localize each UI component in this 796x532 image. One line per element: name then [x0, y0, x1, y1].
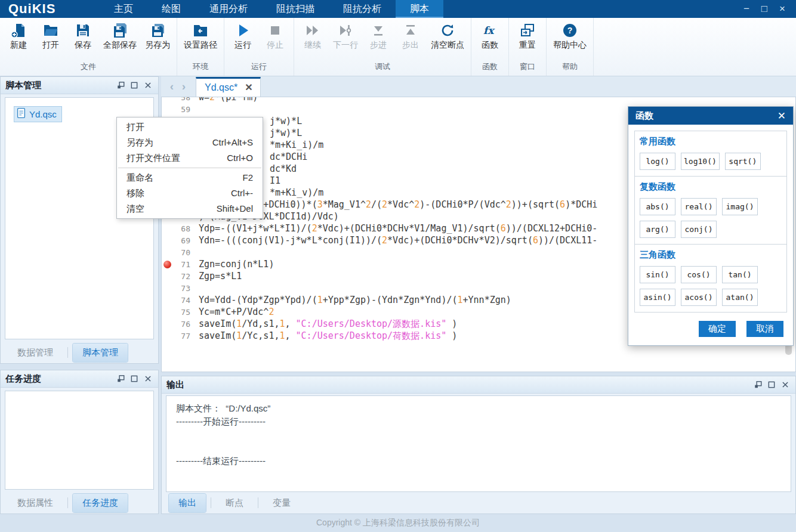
file-icon [17, 108, 26, 120]
task-panel-content [5, 391, 154, 490]
menu-item-2[interactable]: 绘图 [147, 0, 195, 18]
output-tab-2[interactable]: 断点 [216, 494, 253, 512]
titlebar: QuiKIS 主页绘图通用分析阻抗扫描阻抗分析脚本 − □ × [0, 0, 796, 18]
script-panel-tab-1[interactable]: 数据管理 [8, 344, 63, 362]
function-button-sin[interactable]: sin() [640, 266, 675, 283]
function-button-arg[interactable]: arg() [640, 221, 675, 238]
functions-button[interactable]: fx函数 [474, 18, 506, 52]
script-file-item[interactable]: Yd.qsc [14, 106, 62, 122]
help-center-button[interactable]: ?帮助中心 [549, 18, 591, 52]
float-icon[interactable] [752, 380, 763, 390]
new-button[interactable]: 新建 [2, 18, 35, 52]
ribbon-button-label: 步出 [402, 40, 419, 51]
function-button-atan[interactable]: atan() [722, 289, 758, 306]
line-number: 72 [172, 272, 190, 281]
menu-item-6[interactable]: 脚本 [396, 0, 443, 18]
ribbon-group: 设置路径环境 [177, 18, 224, 76]
stepout-icon [403, 23, 418, 38]
close-icon[interactable] [780, 380, 791, 390]
breakpoint-icon[interactable] [163, 261, 171, 268]
close-icon[interactable] [143, 374, 153, 384]
task-panel-tab-1[interactable]: 数据属性 [8, 494, 63, 512]
output-line: ---------结束运行--------- [176, 454, 791, 468]
continue-button: 继续 [297, 18, 329, 52]
output-line: 脚本文件： “D:/Yd.qsc” [176, 402, 791, 415]
code-text: saveIm(1/Yc,s1,1, "C:/Users/Desktop/荷数据.… [199, 330, 457, 342]
cancel-button[interactable]: 取消 [746, 321, 783, 337]
set-path-button[interactable]: 设置路径 [180, 18, 221, 52]
reset-button[interactable]: 重置 [511, 18, 544, 52]
maximize-icon[interactable] [129, 81, 140, 91]
ok-button[interactable]: 确定 [699, 321, 736, 337]
float-icon[interactable] [115, 81, 126, 91]
context-menu-item[interactable]: 另存为Ctrl+Alt+S [117, 135, 263, 150]
function-section-title: 复数函数 [640, 181, 782, 193]
function-button-conj[interactable]: conj() [681, 221, 717, 238]
close-icon[interactable]: × [773, 0, 791, 18]
function-section-title: 三角函数 [640, 249, 782, 261]
chevron-right-icon[interactable]: › [178, 80, 190, 93]
context-menu-shortcut: Ctrl+Alt+S [212, 135, 253, 150]
output-panel-title: 输出 [166, 379, 752, 391]
ribbon-button-label: 设置路径 [184, 40, 217, 51]
function-button-abs[interactable]: abs() [640, 198, 675, 215]
function-button-tan[interactable]: tan() [722, 266, 758, 283]
function-dialog-body: 常用函数log()log10()sqrt()复数函数abs()real()ima… [628, 125, 793, 345]
chevron-left-icon[interactable]: ‹ [166, 80, 178, 93]
clear-breakpoints-button[interactable]: 清空断点 [427, 18, 468, 52]
output-tab-3[interactable]: 变量 [263, 494, 300, 512]
code-text: Zgn=conj(n*L1) [199, 258, 274, 270]
output-line: ---------开始运行--------- [176, 415, 791, 428]
ribbon-button-label: 步进 [370, 40, 387, 51]
open-icon [43, 23, 58, 38]
save-all-button[interactable]: 全部保存 [99, 18, 141, 52]
script-panel-header: 脚本管理 [1, 77, 158, 94]
context-menu-item[interactable]: 打开文件位置Ctrl+O [117, 150, 263, 166]
function-button-asin[interactable]: asin() [640, 289, 675, 306]
menu-item-4[interactable]: 阻抗扫描 [262, 0, 329, 18]
output-tab-1[interactable]: 输出 [169, 494, 206, 512]
line-number: 77 [172, 332, 190, 341]
function-button-acos[interactable]: acos() [681, 289, 717, 306]
function-button-cos[interactable]: cos() [681, 266, 717, 283]
maximize-icon[interactable]: □ [755, 0, 773, 18]
function-button-sqrt[interactable]: sqrt() [725, 153, 761, 170]
code-text: Yd=Ydd-(Ydp*Zgp*Ypd)/(1+Ypp*Zgp)-(Ydn*Zg… [199, 294, 511, 306]
float-icon[interactable] [115, 374, 126, 384]
menu-item-1[interactable]: 主页 [100, 0, 147, 18]
maximize-icon[interactable] [766, 380, 777, 390]
fx-icon: fx [482, 23, 498, 38]
ribbon-group-caption: 运行 [227, 59, 291, 76]
run-button[interactable]: 运行 [227, 18, 259, 52]
context-menu-item[interactable]: 移除Ctrl+- [117, 185, 263, 201]
context-menu-label: 清空 [127, 201, 144, 216]
menu-item-3[interactable]: 通用分析 [195, 0, 262, 18]
task-panel-tab-2[interactable]: 任务进度 [73, 494, 128, 512]
menu-item-5[interactable]: 阻抗分析 [329, 0, 396, 18]
script-panel-tab-2[interactable]: 脚本管理 [73, 344, 128, 362]
context-menu-label: 移除 [127, 185, 144, 201]
editor-tab[interactable]: Yd.qsc* ✕ [196, 77, 261, 97]
dialog-close-icon[interactable]: ✕ [778, 110, 786, 122]
function-button-imag[interactable]: imag() [722, 198, 758, 215]
context-menu-item[interactable]: 打开 [117, 119, 263, 135]
context-menu-label: 打开文件位置 [127, 150, 180, 166]
code-text: Ydn=-(((conj(V1)-j*w*L*conj(I1))/(2*Vdc)… [199, 234, 597, 246]
tab-close-icon[interactable]: ✕ [245, 82, 252, 93]
code-line[interactable]: 58w=2*(pi*fm) [162, 97, 795, 103]
minimize-icon[interactable]: − [738, 0, 755, 18]
output-line [176, 441, 791, 454]
function-button-log10[interactable]: log10() [681, 153, 720, 170]
save-as-button[interactable]: 另存为 [141, 18, 174, 52]
new-icon [11, 23, 26, 38]
context-menu-item[interactable]: 重命名F2 [117, 170, 263, 185]
function-button-log[interactable]: log() [640, 153, 675, 170]
maximize-icon[interactable] [129, 374, 140, 384]
save-button[interactable]: 保存 [67, 18, 99, 52]
function-button-real[interactable]: real() [681, 198, 717, 215]
breakpoint-gutter[interactable] [162, 261, 172, 268]
open-button[interactable]: 打开 [35, 18, 67, 52]
function-dialog: 函数 ✕ 常用函数log()log10()sqrt()复数函数abs()real… [628, 106, 794, 346]
context-menu-item[interactable]: 清空Shift+Del [117, 201, 263, 216]
close-icon[interactable] [143, 81, 153, 91]
